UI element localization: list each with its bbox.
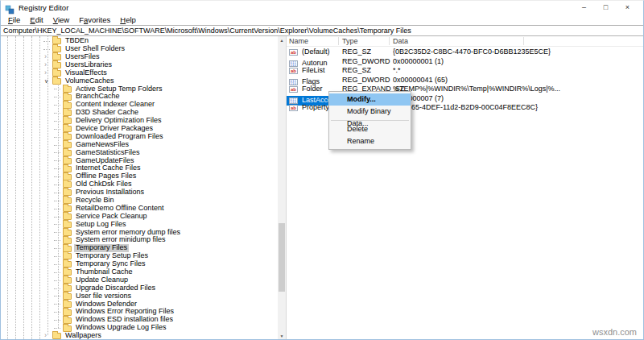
folder-icon bbox=[63, 261, 72, 267]
context-menu-item-delete[interactable]: Delete bbox=[329, 123, 411, 135]
value-name: ab(Default) bbox=[287, 48, 332, 57]
registry-editor-window: Registry Editor –□× FileEditViewFavorite… bbox=[0, 0, 644, 340]
scrollbar-thumb[interactable] bbox=[279, 223, 285, 292]
tree-item-visualeffects[interactable]: ›VisualEffects bbox=[1, 69, 278, 77]
tree-connector bbox=[52, 213, 63, 221]
tree-connector bbox=[52, 164, 63, 172]
tree-connector bbox=[42, 45, 52, 53]
tree-item-temporary-sync-files[interactable]: Temporary Sync Files bbox=[1, 260, 278, 268]
watermark: wsxdn.com bbox=[592, 327, 637, 337]
tree-item-content-indexer-cleaner[interactable]: Content Indexer Cleaner bbox=[1, 101, 278, 109]
value-data: *.* bbox=[393, 66, 642, 76]
minimize-button[interactable]: – bbox=[573, 1, 595, 15]
scroll-down-icon[interactable]: ▼ bbox=[278, 332, 286, 340]
tree-item-wallpapers[interactable]: ›Wallpapers bbox=[1, 332, 278, 340]
tree-item-usersfiles[interactable]: ›UsersFiles bbox=[1, 53, 278, 61]
tree-connector bbox=[52, 205, 63, 213]
folder-icon bbox=[63, 86, 72, 93]
folder-icon bbox=[52, 54, 61, 60]
menu-item-help[interactable]: Help bbox=[115, 15, 141, 25]
menu-item-favorites[interactable]: Favorites bbox=[74, 15, 115, 25]
scroll-up-icon[interactable]: ▲ bbox=[278, 36, 286, 44]
context-menu-item-rename[interactable]: Rename bbox=[329, 135, 411, 147]
tree-item-system-error-minidump-files[interactable]: System error minidump files bbox=[1, 236, 278, 244]
tree-item-userslibraries[interactable]: ›UsersLibraries bbox=[1, 61, 278, 69]
tree-item-user-shell-folders[interactable]: User Shell Folders bbox=[1, 45, 278, 53]
value-data: 0x00000001 (1) bbox=[393, 57, 642, 67]
tree-item-label: RetailDemo Offline Content bbox=[74, 205, 165, 213]
window-controls: –□× bbox=[573, 1, 638, 15]
tree-connector bbox=[52, 292, 63, 301]
chevron-right-icon[interactable]: › bbox=[42, 69, 52, 77]
maximize-button[interactable]: □ bbox=[595, 1, 617, 15]
tree-item-setup-log-files[interactable]: Setup Log Files bbox=[1, 220, 278, 228]
tree-item-gamestatisticsfiles[interactable]: GameStatisticsFiles bbox=[1, 148, 278, 156]
tree-view: TBDEnUser Shell Folders›UsersFiles›Users… bbox=[1, 36, 278, 340]
tree-item-label: UsersLibraries bbox=[64, 61, 114, 69]
tree-item-thumbnail-cache[interactable]: Thumbnail Cache bbox=[1, 268, 278, 276]
tree-item-service-pack-cleanup[interactable]: Service Pack Cleanup bbox=[1, 213, 278, 221]
folder-icon bbox=[52, 70, 61, 77]
tree-item-tbden[interactable]: TBDEn bbox=[1, 37, 278, 45]
value-name: abFileList bbox=[287, 66, 327, 76]
tree-item-internet-cache-files[interactable]: Internet Cache Files bbox=[1, 164, 278, 172]
tree-item-windows-upgrade-log-files[interactable]: Windows Upgrade Log Files bbox=[1, 324, 278, 332]
folder-icon bbox=[63, 134, 72, 140]
tree-connector bbox=[52, 268, 63, 276]
chevron-right-icon[interactable]: › bbox=[42, 53, 52, 60]
column-header-type[interactable]: Type bbox=[342, 36, 358, 46]
chevron-right-icon[interactable]: › bbox=[42, 332, 52, 339]
folder-icon bbox=[52, 333, 61, 339]
tree-item-active-setup-temp-folders[interactable]: Active Setup Temp Folders bbox=[1, 85, 278, 93]
folder-icon bbox=[63, 277, 72, 284]
tree-item-label: VisualEffects bbox=[64, 69, 109, 77]
tree-item-gamenewsfiles[interactable]: GameNewsFiles bbox=[1, 141, 278, 149]
tree-item-label: VolumeCaches bbox=[64, 77, 116, 85]
column-header-name[interactable]: Name bbox=[289, 36, 308, 46]
tree-connector bbox=[52, 189, 63, 197]
context-menu-item-modify[interactable]: Modify... bbox=[329, 93, 411, 106]
registry-value-row-filelist[interactable]: abFileListREG_SZ*.* bbox=[287, 66, 643, 76]
registry-value-row-default[interactable]: ab(Default)REG_SZ{0B2C35D2-C8BC-4470-BFC… bbox=[287, 48, 643, 57]
tree-item-previous-installations[interactable]: Previous Installations bbox=[1, 189, 278, 197]
tree-item-offline-pages-files[interactable]: Offline Pages Files bbox=[1, 172, 278, 180]
folder-icon bbox=[63, 94, 72, 101]
tree-item-downloaded-program-files[interactable]: Downloaded Program Files bbox=[1, 133, 278, 141]
folder-icon bbox=[63, 309, 72, 316]
tree-connector bbox=[52, 252, 63, 260]
tree-item-user-file-versions[interactable]: User file versions bbox=[1, 292, 278, 301]
column-divider[interactable] bbox=[338, 37, 339, 45]
tree-scrollbar[interactable]: ▲ ▼ bbox=[278, 36, 286, 340]
value-type: REG_DWORD bbox=[342, 57, 390, 67]
value-name-label: FileList bbox=[300, 66, 327, 76]
chevron-right-icon[interactable]: › bbox=[42, 61, 52, 68]
tree-connector bbox=[52, 101, 63, 109]
close-button[interactable]: × bbox=[617, 1, 638, 15]
tree-connector bbox=[52, 244, 63, 252]
folder-icon bbox=[52, 38, 61, 44]
folder-icon bbox=[63, 142, 72, 148]
tree-item-volumecaches[interactable]: ∨VolumeCaches bbox=[1, 77, 278, 85]
menu-item-view[interactable]: View bbox=[48, 15, 74, 25]
menu-item-file[interactable]: File bbox=[3, 15, 25, 25]
tree-item-label: Update Cleanup bbox=[74, 276, 130, 284]
tree-item-upgrade-discarded-files[interactable]: Upgrade Discarded Files bbox=[1, 284, 278, 292]
tree-connector bbox=[52, 220, 63, 228]
registry-value-row-autorun[interactable]: 011110AutorunREG_DWORD0x00000001 (1) bbox=[287, 57, 643, 67]
folder-icon bbox=[63, 174, 72, 180]
value-name: abFolder bbox=[287, 85, 324, 94]
registry-editor-icon bbox=[5, 3, 14, 13]
value-data: 65-4DEF-11d2-B2D9-00C04F8EEC8C} bbox=[393, 103, 642, 113]
context-menu-item-modify-binary-data[interactable]: Modify Binary Data... bbox=[329, 106, 411, 118]
address-bar[interactable]: Computer\HKEY_LOCAL_MACHINE\SOFTWARE\Mic… bbox=[1, 25, 643, 36]
menu-item-edit[interactable]: Edit bbox=[25, 15, 47, 25]
column-header-data[interactable]: Data bbox=[393, 36, 408, 46]
registry-value-row-flags[interactable]: 011110FlagsREG_DWORD0x00000041 (65) bbox=[287, 76, 643, 85]
column-divider[interactable] bbox=[389, 37, 390, 45]
value-type: REG_SZ bbox=[342, 66, 371, 76]
folder-icon bbox=[63, 230, 72, 236]
tree-item-label: Upgrade Discarded Files bbox=[74, 284, 157, 292]
menu-bar: FileEditViewFavoritesHelp bbox=[1, 15, 643, 25]
column-divider[interactable] bbox=[523, 37, 524, 45]
chevron-down-icon[interactable]: ∨ bbox=[42, 77, 52, 85]
